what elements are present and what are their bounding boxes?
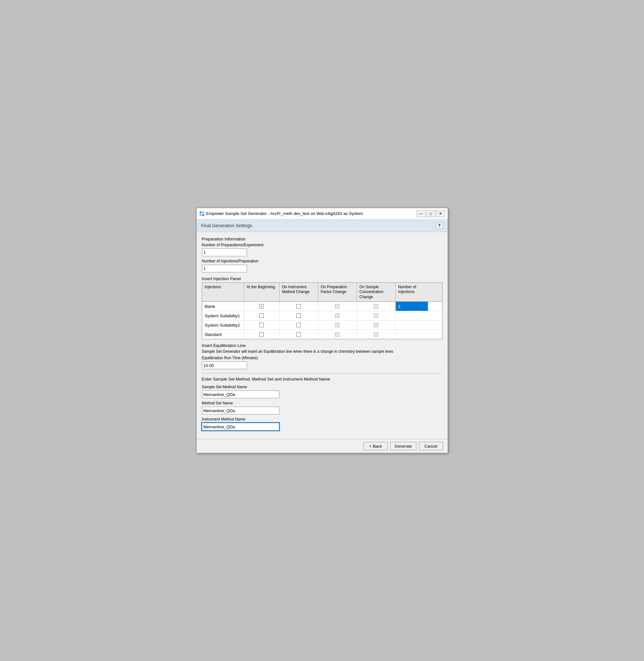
checkbox-blank-at-beginning[interactable] — [259, 304, 264, 309]
injection-panel-label: Insert Injection Panel — [202, 276, 442, 281]
section-header: Final Generation Settings ? — [197, 219, 447, 232]
cell-ss2-sample[interactable] — [357, 321, 396, 330]
separator — [202, 373, 442, 373]
preparation-group: Preparation Information Number of Prepar… — [202, 237, 442, 272]
checkbox-ss2-preparation[interactable] — [335, 323, 340, 327]
table-header: Injections At the Beginning On Instrumen… — [202, 283, 442, 302]
minimize-button[interactable]: — — [417, 210, 426, 217]
checkbox-std-instrument[interactable] — [296, 332, 301, 337]
cell-name-standard: Standard — [202, 330, 244, 339]
cell-blank-instrument[interactable] — [280, 302, 318, 311]
section-title: Final Generation Settings — [201, 223, 252, 228]
col-injections: Injections — [202, 283, 244, 302]
footer: < Back Generate Cancel — [197, 439, 447, 453]
col-preparation-factor: On Preparation Factor Change — [318, 283, 357, 302]
equilibration-label: Insert Equilibration Line — [202, 343, 442, 348]
checkbox-ss1-instrument[interactable] — [296, 313, 301, 318]
table-row: Standard — [202, 330, 442, 339]
svg-rect-1 — [202, 212, 204, 213]
checkbox-std-at-beginning[interactable] — [259, 332, 264, 337]
num-preparations-label: Number of Preparations/Experiment — [202, 243, 442, 247]
num-preparations-input[interactable] — [202, 248, 247, 256]
num-injections-label: Number of Injections/Preparation — [202, 259, 442, 263]
cell-blank-preparation[interactable] — [318, 302, 357, 311]
table-row: System Suitability2 — [202, 321, 442, 330]
checkbox-std-sample[interactable] — [374, 332, 378, 337]
checkbox-blank-instrument[interactable] — [296, 304, 301, 309]
num-injections-input[interactable] — [202, 265, 247, 272]
cell-ss1-num-injections — [396, 311, 428, 320]
title-bar: Empower Sample Set Generator - ArcPr_met… — [197, 208, 447, 219]
cell-ss1-at-beginning[interactable] — [244, 311, 280, 320]
cell-name-ss2: System Suitability2 — [202, 321, 244, 330]
col-instrument-method: On Instrument Method Change — [280, 283, 318, 302]
cell-ss2-preparation[interactable] — [318, 321, 357, 330]
svg-rect-2 — [200, 214, 202, 216]
main-window: Empower Sample Set Generator - ArcPr_met… — [197, 208, 448, 454]
close-button[interactable]: ✕ — [436, 210, 445, 217]
title-buttons: — □ ✕ — [417, 210, 445, 217]
cell-std-at-beginning[interactable] — [244, 330, 280, 339]
cell-std-instrument[interactable] — [280, 330, 318, 339]
title-bar-left: Empower Sample Set Generator - ArcPr_met… — [199, 211, 363, 216]
checkbox-std-preparation[interactable] — [335, 332, 340, 337]
back-button[interactable]: < Back — [364, 442, 388, 450]
help-button[interactable]: ? — [436, 222, 443, 229]
checkbox-ss2-at-beginning[interactable] — [259, 323, 264, 327]
col-sample-concentration: On Sample Concentration Change — [357, 283, 396, 302]
cell-std-num-injections — [396, 330, 428, 339]
cell-name-ss1: System Suitability1 — [202, 311, 244, 320]
cell-blank-at-beginning[interactable] — [244, 302, 280, 311]
injection-table: Injections At the Beginning On Instrumen… — [202, 282, 442, 339]
instrument-method-input[interactable] — [202, 423, 279, 431]
svg-rect-3 — [202, 214, 204, 216]
content-area: Preparation Information Number of Prepar… — [197, 232, 447, 439]
checkbox-ss1-sample[interactable] — [374, 313, 378, 318]
instrument-method-label: Instrument Method Name — [202, 417, 442, 421]
checkbox-blank-sample[interactable] — [374, 304, 378, 309]
cell-ss2-instrument[interactable] — [280, 321, 318, 330]
checkbox-ss2-instrument[interactable] — [296, 323, 301, 327]
cell-ss2-at-beginning[interactable] — [244, 321, 280, 330]
cell-name-blank: Blank — [202, 302, 244, 311]
table-row: Blank 2 — [202, 302, 442, 311]
run-time-input[interactable] — [202, 361, 247, 369]
generate-button[interactable]: Generate — [390, 442, 416, 450]
cancel-button[interactable]: Cancel — [419, 442, 443, 450]
method-set-label: Method Set Name — [202, 401, 442, 405]
cell-ss2-num-injections — [396, 321, 428, 330]
cell-blank-sample[interactable] — [357, 302, 396, 311]
svg-rect-0 — [200, 212, 202, 213]
window-title: Empower Sample Set Generator - ArcPr_met… — [206, 211, 363, 216]
checkbox-ss1-at-beginning[interactable] — [259, 313, 264, 318]
cell-ss1-sample[interactable] — [357, 311, 396, 320]
sample-set-method-label: Sample Set Method Name — [202, 385, 442, 389]
equilibration-group: Insert Equilibration Line Sample Set Gen… — [202, 343, 442, 369]
cell-ss1-preparation[interactable] — [318, 311, 357, 320]
injection-panel-group: Insert Injection Panel Injections At the… — [202, 276, 442, 339]
cell-ss1-instrument[interactable] — [280, 311, 318, 320]
equilibration-description: Sample Set Generator will insert an Equi… — [202, 349, 442, 354]
col-at-beginning: At the Beginning — [244, 283, 280, 302]
method-names-section-label: Enter Sample Set Method, Method Set and … — [202, 377, 442, 381]
cell-blank-num-injections: 2 — [396, 302, 428, 311]
checkbox-ss2-sample[interactable] — [374, 323, 378, 327]
app-icon — [199, 211, 204, 216]
col-num-injections: Number of Injections — [396, 283, 428, 302]
cell-std-sample[interactable] — [357, 330, 396, 339]
method-set-input[interactable] — [202, 407, 279, 414]
cell-std-preparation[interactable] — [318, 330, 357, 339]
sample-set-method-input[interactable] — [202, 391, 279, 398]
table-row: System Suitability1 — [202, 311, 442, 321]
checkbox-ss1-preparation[interactable] — [335, 313, 340, 318]
maximize-button[interactable]: □ — [426, 210, 435, 217]
checkbox-blank-preparation[interactable] — [335, 304, 340, 309]
preparation-group-label: Preparation Information — [202, 237, 442, 241]
method-names-group: Enter Sample Set Method, Method Set and … — [202, 377, 442, 431]
run-time-label: Equilibration Run Time (Minutes) — [202, 356, 442, 360]
